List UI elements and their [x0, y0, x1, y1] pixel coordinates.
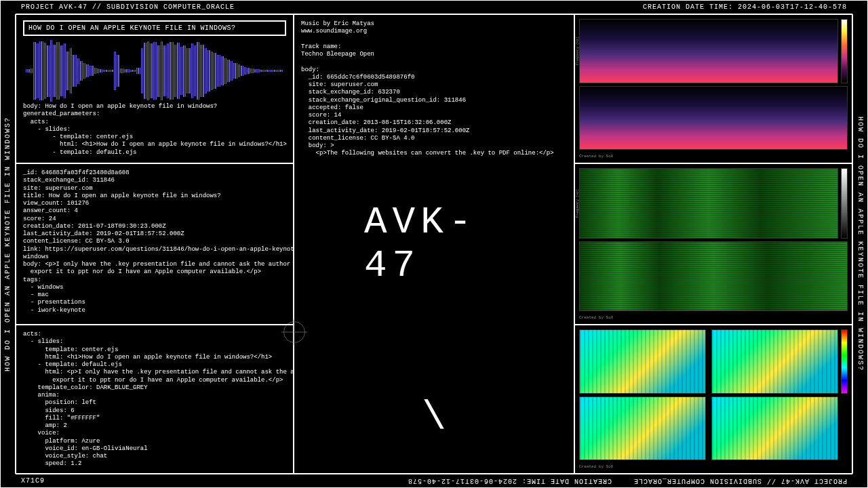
footer-bar: X71C9 CREATION DATE TIME: 2024-06-03T17-… — [16, 474, 852, 487]
header-bar: PROJECT AVK-47 // SUBDIVISION COMPUTER_O… — [16, 1, 852, 14]
main-grid: HOW DO I OPEN AN APPLE KEYNOTE FILE IN W… — [16, 14, 852, 474]
acts-config-yaml: acts: - slides: template: center.ejs htm… — [23, 331, 286, 468]
side-rail-left: HOW DO I OPEN AN APPLE KEYNOTE FILE IN W… — [1, 14, 16, 474]
colorbar-rainbow — [841, 329, 848, 394]
search-input[interactable]: HOW DO I OPEN AN APPLE KEYNOTE FILE IN W… — [23, 20, 286, 36]
footer-datetime-flipped: CREATION DATE TIME: 2024-06-03T17-12-40-… — [408, 477, 612, 485]
colorbar-gray — [841, 168, 848, 239]
spectrogram-cyan-1 — [579, 329, 706, 394]
spec-caption-1: Created by SoX — [579, 152, 848, 159]
question-meta-yaml: _id: 646883fa03f4f23480d8a608 stack_exch… — [23, 169, 286, 314]
header-project: PROJECT AVK-47 // SUBDIVISION COMPUTER_O… — [21, 3, 643, 11]
side-rail-right: HOW DO I OPEN AN APPLE KEYNOTE FILE IN W… — [852, 14, 867, 474]
spectrogram-purple-1: Frequency (Hz) — [579, 19, 838, 83]
axis-y-label: Frequency (Hz) — [576, 37, 580, 65]
side-left-text: HOW DO I OPEN AN APPLE KEYNOTE FILE IN W… — [4, 117, 12, 371]
spectrogram-cyan-4 — [711, 396, 838, 461]
app-frame: PROJECT AVK-47 // SUBDIVISION COMPUTER_O… — [0, 0, 868, 488]
panel-spectrogram-top: Frequency (Hz) Created by SoX — [574, 14, 852, 163]
colorbar-heat — [841, 19, 848, 83]
panel-spectrogram-mid: Frequency (Hz) Created by SoX — [574, 163, 852, 325]
project-title-large: AVK-47 — [364, 201, 504, 287]
side-right-text: HOW DO I OPEN AN APPLE KEYNOTE FILE IN W… — [856, 117, 864, 371]
waveform-display[interactable] — [23, 39, 286, 103]
spectrogram-green-2 — [579, 241, 848, 312]
footer-code: X71C9 — [21, 477, 408, 485]
header-datetime: CREATION DATE TIME: 2024-06-03T17-12-40-… — [643, 3, 847, 11]
footer-project-flipped: PROJECT AVK-47 // SUBDIVISION COMPUTER_O… — [633, 477, 847, 485]
spectrogram-purple-2 — [579, 86, 848, 150]
spectrogram-cyan-3 — [579, 396, 706, 461]
spec-caption-2: Created by SoX — [579, 314, 848, 320]
spectrogram-green-1: Frequency (Hz) — [579, 168, 838, 239]
generated-params-yaml: body: How do I open an apple keynote fil… — [23, 103, 286, 157]
center-metadata-yaml: Music by Eric Matyas www.soundimage.org … — [301, 20, 567, 158]
axis-y-label: Frequency (Hz) — [576, 189, 580, 218]
spinner-glyph: \ — [422, 394, 446, 441]
spec-caption-3: Created by SoX — [579, 463, 848, 469]
spectrogram-cyan-2 — [711, 329, 838, 394]
panel-acts-config: acts: - slides: template: center.ejs htm… — [16, 325, 294, 474]
panel-question-meta: _id: 646883fa03f4f23480d8a608 stack_exch… — [16, 163, 294, 325]
panel-center: Music by Eric Matyas www.soundimage.org … — [294, 14, 574, 474]
panel-spectrogram-bottom: Created by SoX — [574, 325, 852, 474]
panel-search-waveform: HOW DO I OPEN AN APPLE KEYNOTE FILE IN W… — [16, 14, 294, 163]
